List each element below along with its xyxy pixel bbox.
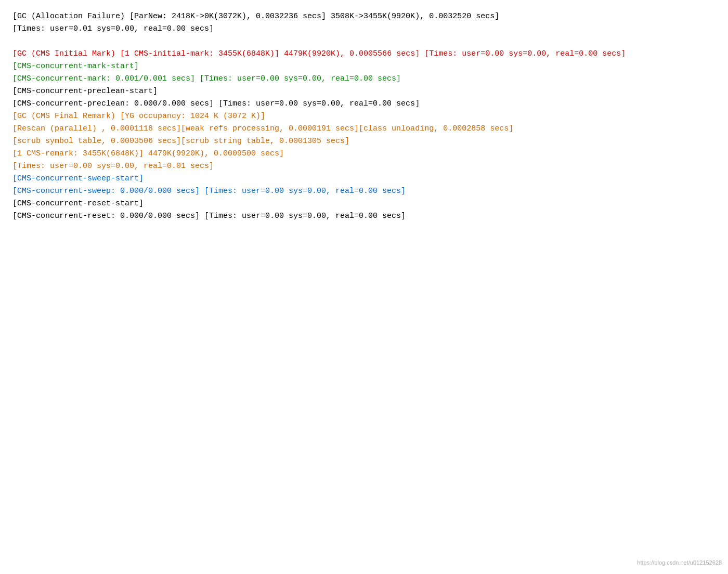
log-line-13: [CMS-concurrent-sweep-start]	[12, 173, 716, 185]
log-line-15: [CMS-concurrent-reset-start]	[12, 198, 716, 210]
log-line-1: [GC (Allocation Failure) [ParNew: 2418K-…	[12, 10, 716, 23]
log-empty-1	[12, 35, 716, 48]
log-line-16: [CMS-concurrent-reset: 0.000/0.000 secs]…	[12, 210, 716, 223]
log-line-2: [Times: user=0.01 sys=0.00, real=0.00 se…	[12, 23, 716, 35]
log-line-10: [scrub symbol table, 0.0003506 secs][scr…	[12, 135, 716, 148]
log-line-14: [CMS-concurrent-sweep: 0.000/0.000 secs]…	[12, 185, 716, 198]
log-line-7: [CMS-concurrent-preclean: 0.000/0.000 se…	[12, 98, 716, 110]
log-line-4: [CMS-concurrent-mark-start]	[12, 60, 716, 73]
log-line-11: [1 CMS-remark: 3455K(6848K)] 4479K(9920K…	[12, 148, 716, 160]
log-line-9: [Rescan (parallel) , 0.0001118 secs][wea…	[12, 123, 716, 135]
log-line-8: [GC (CMS Final Remark) [YG occupancy: 10…	[12, 110, 716, 123]
watermark: https://blog.csdn.net/u012152628	[637, 558, 722, 568]
log-line-12: [Times: user=0.00 sys=0.00, real=0.01 se…	[12, 160, 716, 173]
log-line-3: [GC (CMS Initial Mark) [1 CMS-initial-ma…	[12, 48, 716, 60]
log-line-5: [CMS-concurrent-mark: 0.001/0.001 secs] …	[12, 73, 716, 85]
log-container: [GC (Allocation Failure) [ParNew: 2418K-…	[12, 10, 716, 223]
log-line-6: [CMS-concurrent-preclean-start]	[12, 85, 716, 98]
